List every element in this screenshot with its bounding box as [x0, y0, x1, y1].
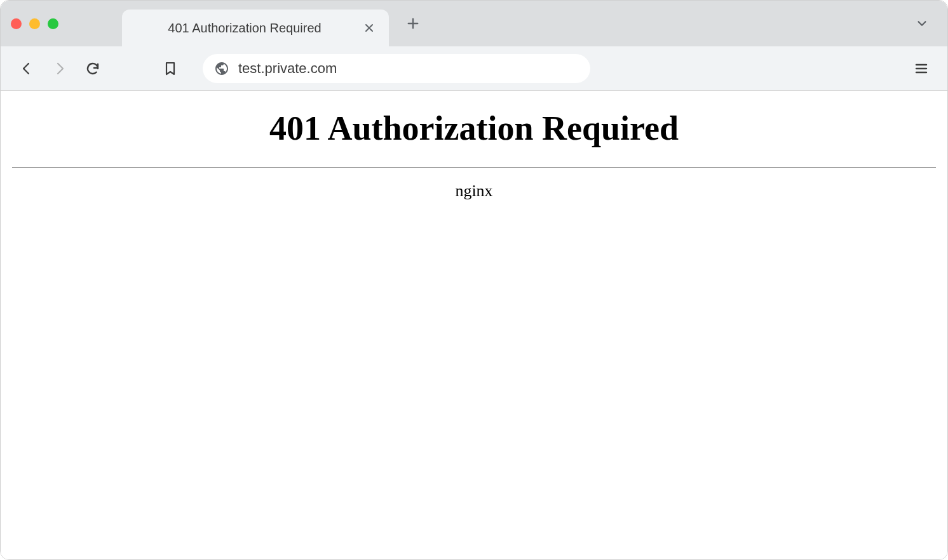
back-button[interactable] [13, 55, 40, 82]
minimize-window-button[interactable] [29, 18, 40, 29]
page-content: 401 Authorization Required nginx [1, 91, 947, 559]
reload-button[interactable] [79, 55, 106, 82]
close-window-button[interactable] [11, 18, 22, 29]
window-controls [11, 18, 58, 29]
tab-title: 401 Authorization Required [140, 21, 362, 36]
bookmark-button[interactable] [157, 55, 184, 82]
page-heading: 401 Authorization Required [12, 109, 936, 148]
address-url: test.private.com [238, 60, 337, 77]
tab-bar: 401 Authorization Required [1, 1, 947, 46]
toolbar: test.private.com [1, 46, 947, 91]
address-bar[interactable]: test.private.com [203, 54, 590, 83]
divider [12, 167, 936, 168]
server-label: nginx [12, 182, 936, 201]
new-tab-button[interactable] [400, 11, 426, 36]
tabs-dropdown-button[interactable] [911, 12, 933, 35]
close-tab-button[interactable] [362, 21, 376, 35]
globe-icon [214, 61, 229, 76]
menu-button[interactable] [908, 55, 935, 82]
maximize-window-button[interactable] [48, 18, 58, 29]
browser-tab[interactable]: 401 Authorization Required [122, 10, 389, 46]
forward-button[interactable] [46, 55, 73, 82]
